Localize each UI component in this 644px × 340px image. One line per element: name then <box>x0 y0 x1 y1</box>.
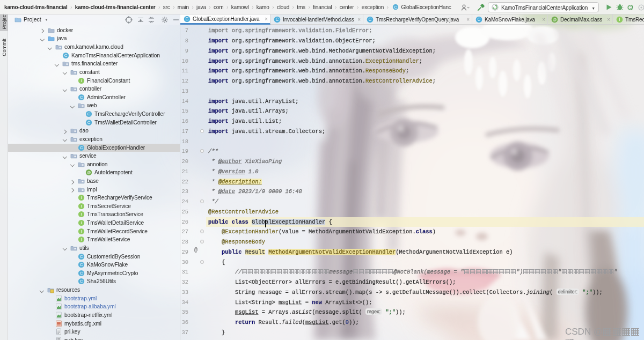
svg-text:C: C <box>80 262 83 267</box>
svg-text:C: C <box>80 254 83 259</box>
svg-text:C: C <box>369 17 372 22</box>
svg-text:I: I <box>619 17 620 22</box>
svg-text:C: C <box>87 112 91 116</box>
svg-text:I: I <box>80 220 82 225</box>
svg-text:I: I <box>80 195 82 200</box>
svg-text:C: C <box>64 53 68 58</box>
svg-text:C: C <box>276 17 279 22</box>
svg-text:@: @ <box>553 17 557 22</box>
svg-text:I: I <box>80 212 82 217</box>
svg-text:I: I <box>80 204 82 209</box>
svg-text:C: C <box>80 145 83 150</box>
svg-text:I: I <box>80 229 82 234</box>
svg-text:C: C <box>394 5 398 10</box>
svg-text:C: C <box>87 120 91 125</box>
svg-text:I: I <box>80 78 82 83</box>
svg-text:C: C <box>80 279 83 284</box>
svg-text:@: @ <box>87 170 91 175</box>
svg-text:C: C <box>80 95 83 100</box>
svg-text:C: C <box>186 17 189 21</box>
svg-text:I: I <box>80 238 82 242</box>
svg-text:C: C <box>478 17 481 22</box>
svg-text:C: C <box>627 4 632 11</box>
svg-text:C: C <box>80 271 83 276</box>
